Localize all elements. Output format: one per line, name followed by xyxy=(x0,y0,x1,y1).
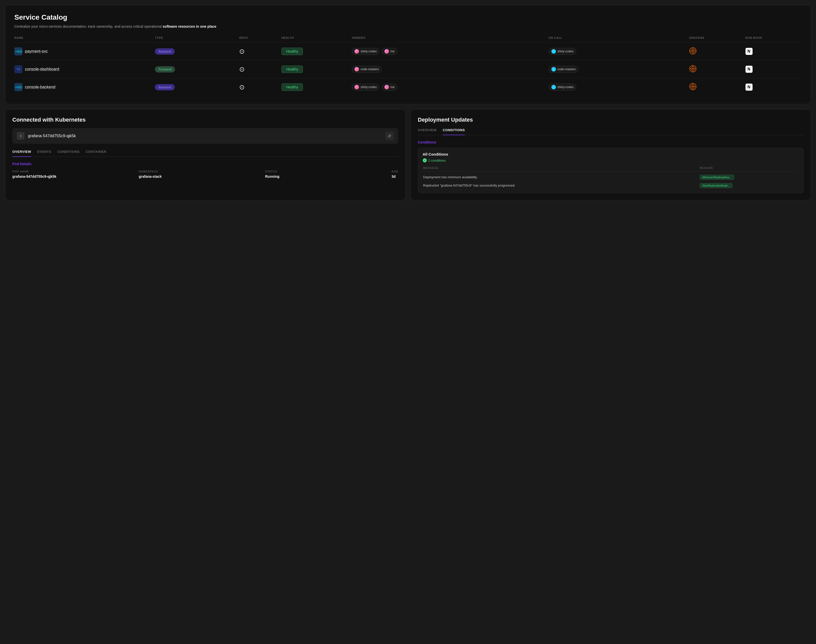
avatar xyxy=(385,49,389,54)
cell-type: Backend xyxy=(155,43,239,60)
notion-icon[interactable]: N xyxy=(745,84,753,90)
conditions-card: All Conditions ✓ 2 conditions MESSAGE RE… xyxy=(418,148,804,193)
lang-badge-go: -=GO xyxy=(14,48,22,55)
avatar xyxy=(354,67,359,72)
owner-chip: shirly-codes xyxy=(352,84,379,90)
cell-grafana xyxy=(689,60,745,78)
avatar xyxy=(551,67,556,72)
cell-name: -=GO payment-svc xyxy=(14,43,155,60)
cell-runbook: N xyxy=(745,78,802,96)
col-header-repo: REPO xyxy=(239,36,281,43)
health-badge: Healthy xyxy=(281,48,303,55)
condition-message: ReplicaSet "grafana-547dd755c9" has succ… xyxy=(423,181,699,188)
cell-oncall: code-masters xyxy=(549,60,689,78)
table-row: -=GO console-backend Backend ⊙ Healthy s… xyxy=(14,78,802,96)
cell-name: TS console-dashboard xyxy=(14,60,155,78)
tab-conditions-k8s[interactable]: CONDITIONS xyxy=(57,150,80,156)
tab-events[interactable]: EVENTS xyxy=(37,150,51,156)
pod-info-grid: POD NAME grafana-547dd755c9-qjk5k NAMESP… xyxy=(12,170,398,178)
cell-repo: ⊙ xyxy=(239,43,281,60)
kubernetes-title: Connected with Kubernetes xyxy=(12,117,398,123)
github-icon[interactable]: ⊙ xyxy=(239,83,245,91)
tab-container[interactable]: CONTAINER xyxy=(86,150,106,156)
all-conditions-header: All Conditions xyxy=(423,152,799,156)
owner-chip: me xyxy=(382,84,397,90)
status-field: STATUS Running xyxy=(265,170,388,178)
type-badge: Backend xyxy=(155,48,175,55)
cell-repo: ⊙ xyxy=(239,60,281,78)
type-badge: Frontend xyxy=(155,66,175,72)
oncall-chip: shirly-codes xyxy=(549,48,576,55)
condition-row: Deployment has minimum availability. Min… xyxy=(423,172,799,180)
tab-dep-overview[interactable]: OVERVIEW xyxy=(418,128,437,135)
notion-icon[interactable]: N xyxy=(745,48,753,55)
deployment-panel: Deployment Updates OVERVIEW CONDITIONS C… xyxy=(411,109,811,200)
col-header-name: NAME xyxy=(14,36,155,43)
service-link[interactable]: payment-svc xyxy=(25,49,48,54)
col-header-owners: OWNERS xyxy=(352,36,549,43)
condition-reason: NewReplicaSetAvail... xyxy=(700,181,798,188)
avatar xyxy=(354,85,359,89)
col-header-type: TYPE xyxy=(155,36,239,43)
pod-name-display: grafana-547dd755c9-qjk5k xyxy=(28,134,382,138)
close-button[interactable]: × xyxy=(17,132,25,140)
table-row: -=GO payment-svc Backend ⊙ Healthy shirl… xyxy=(14,43,802,60)
cell-name: -=GO console-backend xyxy=(14,78,155,96)
github-icon[interactable]: ⊙ xyxy=(239,48,245,55)
service-link[interactable]: console-backend xyxy=(25,85,55,89)
conditions-table: MESSAGE REASON Deployment has minimum av… xyxy=(423,166,799,189)
cell-health: Healthy xyxy=(281,43,352,60)
condition-row: ReplicaSet "grafana-547dd755c9" has succ… xyxy=(423,181,799,188)
col-header-runbook: RUN BOOK xyxy=(745,36,802,43)
tab-overview[interactable]: OVERVIEW xyxy=(12,150,31,156)
service-catalog-subtitle: Centralize your micro-services documenta… xyxy=(14,24,802,29)
cell-grafana xyxy=(689,43,745,60)
github-icon[interactable]: ⊙ xyxy=(239,66,245,73)
cell-oncall: shirly-codes xyxy=(549,78,689,96)
owner-chip: code-masters xyxy=(352,66,382,73)
cell-health: Healthy xyxy=(281,60,352,78)
avatar xyxy=(551,85,556,89)
cond-col-message: MESSAGE xyxy=(423,166,699,172)
health-badge: Healthy xyxy=(281,83,303,91)
cell-owners: shirly-codes me xyxy=(352,78,549,96)
grafana-icon[interactable] xyxy=(689,47,697,55)
col-header-health: HEALTH xyxy=(281,36,352,43)
health-badge: Healthy xyxy=(281,66,303,73)
cell-type: Backend xyxy=(155,78,239,96)
kubernetes-panel: Connected with Kubernetes × grafana-547d… xyxy=(5,109,406,200)
cell-runbook: N xyxy=(745,43,802,60)
condition-reason: MinimumReplicasAva... xyxy=(700,172,798,180)
catalog-table: NAME TYPE REPO HEALTH OWNERS ON CALL GRA… xyxy=(14,36,802,96)
col-header-oncall: ON CALL xyxy=(549,36,689,43)
deployment-tabs: OVERVIEW CONDITIONS xyxy=(418,128,804,135)
check-icon: ✓ xyxy=(423,158,427,163)
pod-name-field: POD NAME grafana-547dd755c9-qjk5k xyxy=(12,170,135,178)
type-badge: Backend xyxy=(155,84,175,90)
svg-point-2 xyxy=(692,50,694,52)
cell-grafana xyxy=(689,78,745,96)
avatar xyxy=(354,49,359,54)
cell-runbook: N xyxy=(745,60,802,78)
service-link[interactable]: console-dashboard xyxy=(25,67,59,72)
condition-message: Deployment has minimum availability. xyxy=(423,172,699,180)
age-field: AGE 3d xyxy=(391,170,398,178)
notion-icon[interactable]: N xyxy=(745,66,753,73)
oncall-chip: shirly-codes xyxy=(549,84,576,90)
conditions-count: ✓ 2 conditions xyxy=(423,158,799,163)
grafana-icon[interactable] xyxy=(689,65,697,72)
cond-col-reason: REASON xyxy=(700,166,798,172)
lang-badge-ts: TS xyxy=(14,65,22,73)
tab-dep-conditions[interactable]: CONDITIONS xyxy=(443,128,465,135)
kubernetes-tabs: OVERVIEW EVENTS CONDITIONS CONTAINER xyxy=(12,150,398,157)
owner-chip: shirly-codes xyxy=(352,48,379,55)
refresh-button[interactable]: ↺ xyxy=(385,132,394,140)
conditions-section-title: Conditions xyxy=(418,140,804,144)
lang-badge-go: -=GO xyxy=(14,83,22,91)
cell-owners: code-masters xyxy=(352,60,549,78)
cell-type: Frontend xyxy=(155,60,239,78)
grafana-icon[interactable] xyxy=(689,83,697,90)
pod-selector: × grafana-547dd755c9-qjk5k ↺ xyxy=(12,128,398,144)
cell-health: Healthy xyxy=(281,78,352,96)
bottom-panels: Connected with Kubernetes × grafana-547d… xyxy=(5,109,811,200)
